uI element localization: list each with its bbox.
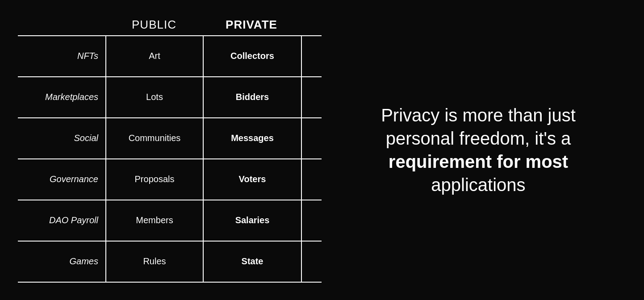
left-panel: PUBLIC PRIVATE NFTs Art Collectors Marke…: [18, 18, 322, 283]
table-row: DAO Payroll Members Salaries: [18, 200, 322, 241]
row-label-social: Social: [18, 118, 105, 158]
cell-dao-payroll-public: Members: [106, 200, 204, 241]
cell-governance-private: Voters: [204, 159, 301, 200]
row-label-games: Games: [18, 242, 105, 282]
private-header: PRIVATE: [203, 18, 300, 32]
table-row: Marketplaces Lots Bidders: [18, 76, 322, 117]
column-headers: PUBLIC PRIVATE: [105, 18, 322, 32]
cell-games-public: Rules: [106, 242, 204, 282]
grid-section: NFTs Art Collectors Marketplaces Lots Bi…: [18, 35, 322, 283]
row-cells-governance: Proposals Voters: [105, 159, 302, 200]
row-cells-nfts: Art Collectors: [105, 36, 302, 76]
cell-social-private: Messages: [204, 118, 301, 158]
table-row: NFTs Art Collectors: [18, 35, 322, 76]
cell-nfts-private: Collectors: [204, 36, 301, 76]
privacy-line4: applications: [431, 175, 525, 195]
privacy-line2: personal freedom, it's a: [386, 129, 571, 148]
main-container: PUBLIC PRIVATE NFTs Art Collectors Marke…: [0, 0, 644, 300]
row-label-marketplaces: Marketplaces: [18, 77, 105, 117]
right-panel: Privacy is more than just personal freed…: [322, 95, 626, 205]
table-row: Governance Proposals Voters: [18, 158, 322, 200]
row-cells-dao-payroll: Members Salaries: [105, 200, 302, 241]
privacy-line1: Privacy is more than just: [381, 105, 576, 125]
cell-governance-public: Proposals: [106, 159, 204, 200]
row-label-dao-payroll: DAO Payroll: [18, 200, 105, 241]
row-cells-games: Rules State: [105, 242, 302, 282]
table-row: Games Rules State: [18, 241, 322, 283]
cell-games-private: State: [204, 242, 301, 282]
row-cells-social: Communities Messages: [105, 118, 302, 158]
privacy-line3-bold: requirement for most: [389, 152, 568, 171]
row-cells-marketplaces: Lots Bidders: [105, 77, 302, 117]
table-row: Social Communities Messages: [18, 117, 322, 158]
cell-social-public: Communities: [106, 118, 204, 158]
cell-dao-payroll-private: Salaries: [204, 200, 301, 241]
privacy-quote: Privacy is more than just personal freed…: [381, 104, 576, 196]
row-label-governance: Governance: [18, 159, 105, 200]
public-header: PUBLIC: [105, 18, 203, 32]
row-label-nfts: NFTs: [18, 36, 105, 76]
cell-marketplaces-private: Bidders: [204, 77, 301, 117]
cell-nfts-public: Art: [106, 36, 204, 76]
cell-marketplaces-public: Lots: [106, 77, 204, 117]
